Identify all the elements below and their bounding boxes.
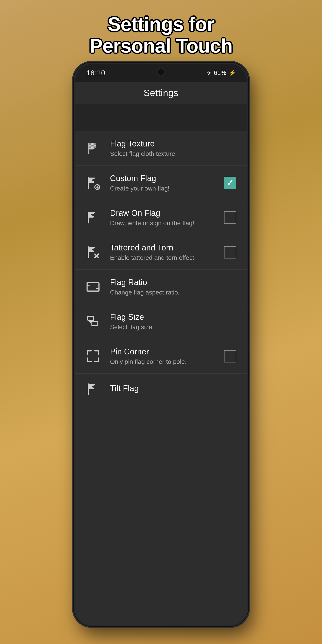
battery-icon: ⚡ [228, 70, 236, 76]
battery-percent: 61% [214, 69, 226, 76]
flag-size-icon [84, 312, 102, 330]
draw-on-flag-icon [84, 209, 102, 226]
flag-size-text: Flag Size Select flag size. [110, 312, 238, 331]
svg-rect-4 [91, 145, 94, 146]
checkbox-empty-draw-on-flag[interactable] [224, 211, 236, 224]
empty-section [75, 104, 247, 131]
svg-rect-0 [89, 143, 91, 145]
page-title: Settings for Personal Touch [90, 14, 232, 57]
tattered-torn-checkbox[interactable] [222, 244, 238, 260]
pin-corner-icon [84, 347, 102, 365]
settings-item-flag-ratio[interactable]: Flag Ratio Change flag aspect ratio. [75, 270, 247, 304]
camera-notch [157, 68, 165, 76]
svg-rect-14 [92, 322, 98, 326]
custom-flag-icon [84, 174, 102, 192]
svg-rect-6 [89, 146, 91, 148]
flag-ratio-subtitle: Change flag aspect ratio. [110, 289, 238, 296]
settings-item-tilt-flag[interactable]: Tilt Flag [75, 374, 247, 400]
flag-texture-icon [84, 139, 102, 157]
tilt-flag-text: Tilt Flag [110, 384, 238, 395]
draw-on-flag-subtitle: Draw, write or sign on the flag! [110, 220, 218, 227]
settings-item-flag-texture[interactable]: Flag Texture Select flag cloth texture. [75, 131, 247, 166]
settings-item-custom-flag[interactable]: Custom Flag Create your own flag! [75, 166, 247, 200]
flag-ratio-title: Flag Ratio [110, 278, 238, 287]
svg-rect-7 [91, 146, 94, 148]
tattered-torn-title: Tattered and Torn [110, 243, 218, 252]
svg-rect-5 [94, 145, 96, 146]
page-title-line1: Settings for [108, 13, 214, 35]
tattered-torn-icon [84, 243, 102, 261]
page-title-line2: Personal Touch [90, 35, 232, 57]
custom-flag-subtitle: Create your own flag! [110, 185, 218, 192]
pin-corner-subtitle: Only pin flag corner to pole. [110, 358, 218, 366]
phone-frame: 18:10 ✈ 61% ⚡ Settings [74, 62, 248, 626]
checkbox-empty-pin-corner[interactable] [224, 350, 236, 362]
flag-size-title: Flag Size [110, 312, 238, 322]
svg-rect-8 [94, 146, 96, 148]
flag-texture-text: Flag Texture Select flag cloth texture. [110, 139, 238, 158]
app-toolbar: Settings [75, 82, 247, 104]
settings-item-pin-corner[interactable]: Pin Corner Only pin flag corner to pole. [75, 339, 247, 374]
phone-screen: 18:10 ✈ 61% ⚡ Settings [75, 64, 247, 625]
custom-flag-title: Custom Flag [110, 174, 218, 183]
checkbox-checked-custom-flag[interactable] [224, 177, 236, 189]
custom-flag-checkbox[interactable] [222, 175, 238, 191]
svg-rect-2 [94, 143, 96, 145]
app-toolbar-title: Settings [144, 88, 178, 98]
pin-corner-title: Pin Corner [110, 347, 218, 356]
flag-ratio-icon [84, 278, 102, 296]
tattered-torn-text: Tattered and Torn Enable tattered and to… [110, 243, 218, 262]
status-icons: ✈ 61% ⚡ [206, 69, 236, 76]
tattered-torn-subtitle: Enable tattered and torn effect. [110, 254, 218, 262]
svg-rect-13 [88, 316, 94, 320]
svg-rect-1 [91, 143, 94, 145]
settings-list: Flag Texture Select flag cloth texture. [75, 131, 247, 625]
settings-item-tattered-torn[interactable]: Tattered and Torn Enable tattered and to… [75, 235, 247, 270]
phone-wrapper: 18:10 ✈ 61% ⚡ Settings [74, 62, 248, 626]
tilt-flag-icon [84, 380, 102, 398]
pin-corner-checkbox[interactable] [222, 348, 238, 364]
settings-item-draw-on-flag[interactable]: Draw On Flag Draw, write or sign on the … [75, 200, 247, 235]
svg-rect-12 [87, 283, 99, 291]
svg-rect-3 [89, 145, 91, 146]
checkbox-empty-tattered-torn[interactable] [224, 246, 236, 258]
draw-on-flag-checkbox[interactable] [222, 210, 238, 226]
flag-ratio-text: Flag Ratio Change flag aspect ratio. [110, 278, 238, 296]
status-bar: 18:10 ✈ 61% ⚡ [75, 64, 247, 82]
settings-item-flag-size[interactable]: Flag Size Select flag size. [75, 304, 247, 339]
custom-flag-text: Custom Flag Create your own flag! [110, 174, 218, 192]
flag-size-subtitle: Select flag size. [110, 324, 238, 331]
status-time: 18:10 [86, 69, 105, 77]
pin-corner-text: Pin Corner Only pin flag corner to pole. [110, 347, 218, 366]
tilt-flag-title: Tilt Flag [110, 384, 238, 393]
flag-texture-subtitle: Select flag cloth texture. [110, 150, 238, 158]
flag-texture-title: Flag Texture [110, 139, 238, 148]
draw-on-flag-title: Draw On Flag [110, 208, 218, 218]
airplane-mode-icon: ✈ [206, 70, 212, 76]
draw-on-flag-text: Draw On Flag Draw, write or sign on the … [110, 208, 218, 227]
